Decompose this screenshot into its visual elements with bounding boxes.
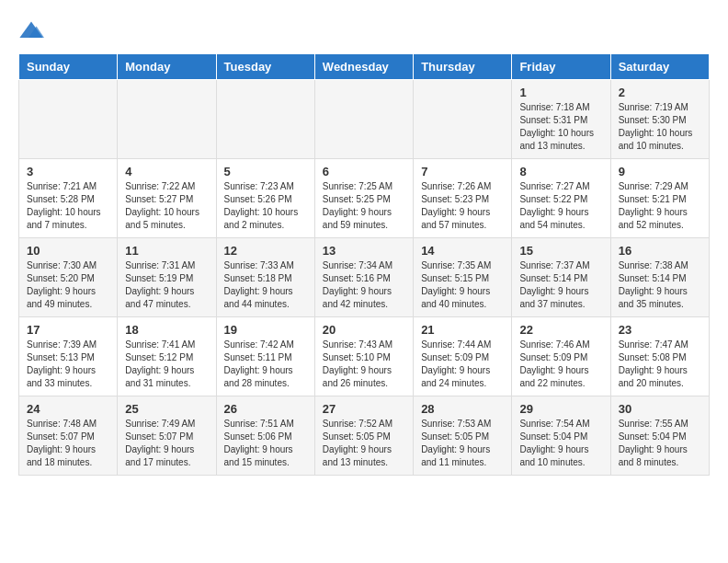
day-number: 7 bbox=[421, 165, 504, 178]
weekday-header-row: SundayMondayTuesdayWednesdayThursdayFrid… bbox=[19, 54, 710, 80]
calendar-cell: 28Sunrise: 7:53 AMSunset: 5:05 PMDayligh… bbox=[414, 396, 512, 476]
day-info: Sunrise: 7:44 AMSunset: 5:09 PMDaylight:… bbox=[421, 339, 504, 390]
day-info: Sunrise: 7:29 AMSunset: 5:21 PMDaylight:… bbox=[619, 180, 701, 232]
calendar-cell: 29Sunrise: 7:54 AMSunset: 5:04 PMDayligh… bbox=[512, 396, 610, 476]
calendar-cell: 9Sunrise: 7:29 AMSunset: 5:21 PMDaylight… bbox=[610, 159, 709, 238]
calendar-cell: 27Sunrise: 7:52 AMSunset: 5:05 PMDayligh… bbox=[314, 396, 413, 476]
logo-icon bbox=[18, 18, 44, 44]
weekday-header-tuesday: Tuesday bbox=[216, 54, 314, 80]
day-number: 14 bbox=[421, 244, 504, 258]
day-info: Sunrise: 7:54 AMSunset: 5:04 PMDaylight:… bbox=[519, 418, 602, 469]
day-info: Sunrise: 7:39 AMSunset: 5:13 PMDaylight:… bbox=[27, 339, 109, 390]
calendar-week-row: 17Sunrise: 7:39 AMSunset: 5:13 PMDayligh… bbox=[19, 317, 710, 396]
day-number: 5 bbox=[224, 165, 307, 178]
weekday-header-wednesday: Wednesday bbox=[314, 54, 413, 80]
calendar-cell: 4Sunrise: 7:22 AMSunset: 5:27 PMDaylight… bbox=[118, 159, 216, 238]
day-number: 2 bbox=[619, 86, 701, 99]
day-number: 29 bbox=[519, 402, 602, 416]
calendar-week-row: 24Sunrise: 7:48 AMSunset: 5:07 PMDayligh… bbox=[19, 396, 710, 476]
day-number: 10 bbox=[27, 244, 109, 258]
calendar-cell: 30Sunrise: 7:55 AMSunset: 5:04 PMDayligh… bbox=[610, 396, 709, 476]
day-info: Sunrise: 7:30 AMSunset: 5:20 PMDaylight:… bbox=[27, 259, 109, 311]
day-info: Sunrise: 7:52 AMSunset: 5:05 PMDaylight:… bbox=[323, 418, 405, 469]
day-number: 28 bbox=[421, 402, 504, 416]
day-number: 8 bbox=[519, 165, 602, 178]
day-number: 6 bbox=[323, 165, 405, 178]
calendar-cell: 20Sunrise: 7:43 AMSunset: 5:10 PMDayligh… bbox=[314, 317, 413, 396]
day-info: Sunrise: 7:25 AMSunset: 5:25 PMDaylight:… bbox=[323, 180, 405, 232]
day-number: 1 bbox=[519, 86, 602, 99]
day-number: 17 bbox=[27, 323, 109, 337]
calendar-cell bbox=[216, 80, 314, 159]
day-number: 11 bbox=[125, 244, 208, 258]
day-number: 27 bbox=[323, 402, 405, 416]
calendar-cell bbox=[118, 80, 216, 159]
calendar-cell: 12Sunrise: 7:33 AMSunset: 5:18 PMDayligh… bbox=[216, 238, 314, 317]
day-number: 3 bbox=[27, 165, 109, 178]
day-number: 22 bbox=[519, 323, 602, 337]
calendar-cell: 7Sunrise: 7:26 AMSunset: 5:23 PMDaylight… bbox=[414, 159, 512, 238]
calendar-week-row: 10Sunrise: 7:30 AMSunset: 5:20 PMDayligh… bbox=[19, 238, 710, 317]
day-number: 23 bbox=[619, 323, 701, 337]
day-info: Sunrise: 7:46 AMSunset: 5:09 PMDaylight:… bbox=[519, 339, 602, 390]
day-info: Sunrise: 7:31 AMSunset: 5:19 PMDaylight:… bbox=[125, 259, 208, 311]
day-info: Sunrise: 7:42 AMSunset: 5:11 PMDaylight:… bbox=[224, 339, 307, 390]
weekday-header-thursday: Thursday bbox=[414, 54, 512, 80]
day-info: Sunrise: 7:34 AMSunset: 5:16 PMDaylight:… bbox=[323, 259, 405, 311]
calendar-cell: 3Sunrise: 7:21 AMSunset: 5:28 PMDaylight… bbox=[19, 159, 118, 238]
day-info: Sunrise: 7:48 AMSunset: 5:07 PMDaylight:… bbox=[27, 418, 109, 469]
weekday-header-monday: Monday bbox=[118, 54, 216, 80]
day-number: 4 bbox=[125, 165, 208, 178]
calendar-cell: 19Sunrise: 7:42 AMSunset: 5:11 PMDayligh… bbox=[216, 317, 314, 396]
day-number: 21 bbox=[421, 323, 504, 337]
day-number: 16 bbox=[619, 244, 701, 258]
calendar-cell: 25Sunrise: 7:49 AMSunset: 5:07 PMDayligh… bbox=[118, 396, 216, 476]
calendar-cell: 16Sunrise: 7:38 AMSunset: 5:14 PMDayligh… bbox=[610, 238, 709, 317]
calendar-cell: 22Sunrise: 7:46 AMSunset: 5:09 PMDayligh… bbox=[512, 317, 610, 396]
day-info: Sunrise: 7:33 AMSunset: 5:18 PMDaylight:… bbox=[224, 259, 307, 311]
day-info: Sunrise: 7:26 AMSunset: 5:23 PMDaylight:… bbox=[421, 180, 504, 232]
calendar-cell: 18Sunrise: 7:41 AMSunset: 5:12 PMDayligh… bbox=[118, 317, 216, 396]
day-info: Sunrise: 7:51 AMSunset: 5:06 PMDaylight:… bbox=[224, 418, 307, 469]
day-number: 13 bbox=[323, 244, 405, 258]
day-number: 18 bbox=[125, 323, 208, 337]
calendar-cell bbox=[314, 80, 413, 159]
day-info: Sunrise: 7:37 AMSunset: 5:14 PMDaylight:… bbox=[519, 259, 602, 311]
day-info: Sunrise: 7:47 AMSunset: 5:08 PMDaylight:… bbox=[619, 339, 701, 390]
day-info: Sunrise: 7:38 AMSunset: 5:14 PMDaylight:… bbox=[619, 259, 701, 311]
day-number: 9 bbox=[619, 165, 701, 178]
calendar-cell: 11Sunrise: 7:31 AMSunset: 5:19 PMDayligh… bbox=[118, 238, 216, 317]
calendar-cell: 6Sunrise: 7:25 AMSunset: 5:25 PMDaylight… bbox=[314, 159, 413, 238]
calendar-cell bbox=[414, 80, 512, 159]
calendar-table: SundayMondayTuesdayWednesdayThursdayFrid… bbox=[18, 53, 710, 476]
day-info: Sunrise: 7:22 AMSunset: 5:27 PMDaylight:… bbox=[125, 180, 208, 232]
weekday-header-sunday: Sunday bbox=[19, 54, 118, 80]
calendar-cell: 21Sunrise: 7:44 AMSunset: 5:09 PMDayligh… bbox=[414, 317, 512, 396]
weekday-header-friday: Friday bbox=[512, 54, 610, 80]
day-number: 12 bbox=[224, 244, 307, 258]
calendar-cell: 13Sunrise: 7:34 AMSunset: 5:16 PMDayligh… bbox=[314, 238, 413, 317]
day-number: 19 bbox=[224, 323, 307, 337]
calendar-cell: 10Sunrise: 7:30 AMSunset: 5:20 PMDayligh… bbox=[19, 238, 118, 317]
calendar-week-row: 1Sunrise: 7:18 AMSunset: 5:31 PMDaylight… bbox=[19, 80, 710, 159]
day-info: Sunrise: 7:19 AMSunset: 5:30 PMDaylight:… bbox=[619, 101, 701, 153]
day-number: 26 bbox=[224, 402, 307, 416]
calendar-cell bbox=[19, 80, 118, 159]
day-info: Sunrise: 7:43 AMSunset: 5:10 PMDaylight:… bbox=[323, 339, 405, 390]
logo bbox=[18, 18, 48, 44]
day-info: Sunrise: 7:35 AMSunset: 5:15 PMDaylight:… bbox=[421, 259, 504, 311]
day-info: Sunrise: 7:49 AMSunset: 5:07 PMDaylight:… bbox=[125, 418, 208, 469]
calendar-cell: 23Sunrise: 7:47 AMSunset: 5:08 PMDayligh… bbox=[610, 317, 709, 396]
calendar-cell: 2Sunrise: 7:19 AMSunset: 5:30 PMDaylight… bbox=[610, 80, 709, 159]
calendar-cell: 1Sunrise: 7:18 AMSunset: 5:31 PMDaylight… bbox=[512, 80, 610, 159]
calendar-cell: 26Sunrise: 7:51 AMSunset: 5:06 PMDayligh… bbox=[216, 396, 314, 476]
calendar-cell: 17Sunrise: 7:39 AMSunset: 5:13 PMDayligh… bbox=[19, 317, 118, 396]
calendar-cell: 5Sunrise: 7:23 AMSunset: 5:26 PMDaylight… bbox=[216, 159, 314, 238]
calendar-cell: 15Sunrise: 7:37 AMSunset: 5:14 PMDayligh… bbox=[512, 238, 610, 317]
day-info: Sunrise: 7:23 AMSunset: 5:26 PMDaylight:… bbox=[224, 180, 307, 232]
header bbox=[18, 18, 710, 44]
day-number: 30 bbox=[619, 402, 701, 416]
calendar-cell: 24Sunrise: 7:48 AMSunset: 5:07 PMDayligh… bbox=[19, 396, 118, 476]
day-info: Sunrise: 7:18 AMSunset: 5:31 PMDaylight:… bbox=[519, 101, 602, 153]
day-info: Sunrise: 7:41 AMSunset: 5:12 PMDaylight:… bbox=[125, 339, 208, 390]
